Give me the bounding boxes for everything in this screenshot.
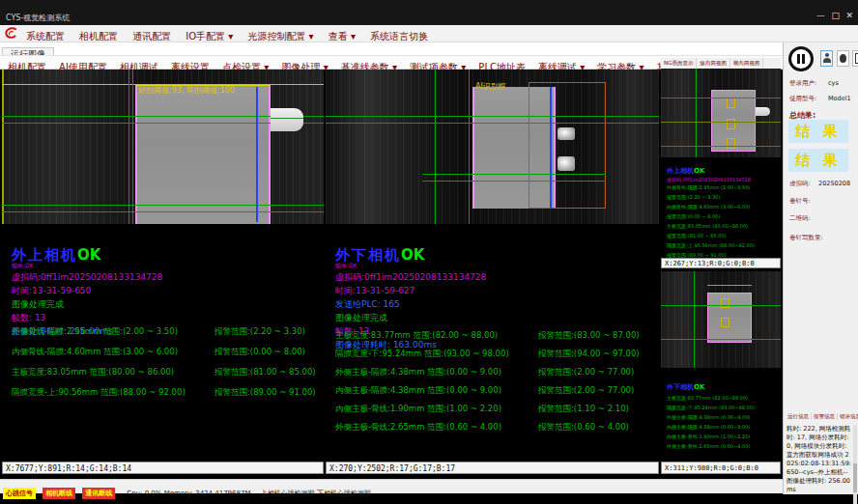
left-frame-count: 帧数: 13	[12, 311, 321, 324]
measurement-row: 隔膜宽度-下:95.24mm 范围:(93.00 ~ 98.00)报警范围:(9…	[335, 349, 659, 367]
app-window: CYS-视觉检测系统 — □ ✕ 系统配置 相机配置 通讯配置 IO手配置 ▾ …	[0, 0, 858, 504]
measurement-row: 主极宽度:83.77mm 范围:(82.00 ~ 88.00)报警范围:(83.…	[335, 330, 659, 349]
measurement-row: 隔膜宽度-上:90.56mm 范围:(88.00 ~ 92.00)报警范围:(8…	[12, 387, 323, 407]
guide-vline	[469, 70, 470, 224]
measurement-row: 主极宽度:83.05mm 范围:(80.00 ~ 86.00)报警范围:(81.…	[12, 367, 323, 387]
lock-button[interactable]	[837, 50, 849, 67]
measurement-row: 外侧主极-骨线:2.65mm 范围:(0.60 ~ 4.00)报警范围:(0.6…	[335, 422, 659, 440]
electrode-region	[707, 293, 752, 343]
login-user-value: cys	[828, 79, 839, 87]
pin-number-label: 卷针号:	[789, 197, 811, 206]
small-top-info: 外上相机OK 虚拟码:0ff1im20250208133134728 外侧骨线-…	[667, 158, 781, 260]
mini-view-tabs: NG画面显示纵向两视图横向两视图	[661, 58, 781, 69]
yellow-detect-box	[721, 298, 729, 308]
yellow-detect-box	[721, 318, 729, 327]
title-bar: CYS-视觉检测系统 — □ ✕	[0, 0, 858, 25]
mid-virtual-code: 虚拟码:0ff1im20250208133134728	[335, 270, 654, 284]
model-label: 使用型号:	[789, 95, 816, 103]
mid-camera-result: OK	[401, 246, 424, 264]
result-badge-1: 结 果	[788, 120, 848, 143]
model-value: Model1	[828, 95, 851, 102]
mini-meas-line: 外侧主极-隔膜:4.38mm (0.00~9.00)	[667, 412, 781, 422]
guide-hline	[661, 146, 781, 147]
mini-tab-horizontal-views[interactable]: 横向两视图	[730, 58, 764, 69]
mini-meas-line: 外侧主极-骨线:2.65mm (0.60~4.00)	[667, 441, 781, 451]
pause-button[interactable]	[788, 46, 814, 71]
close-icon[interactable]: ✕	[845, 11, 853, 20]
left-measurements: 外侧骨线-隔膜:2.95mm 范围:(2.00 ~ 3.50)报警范围:(2.2…	[12, 326, 323, 407]
guide-hline	[2, 211, 324, 212]
guide-hline	[422, 174, 606, 175]
log-scrollbar[interactable]	[853, 425, 857, 504]
ai-box-overlay-label: AI识别框	[475, 81, 506, 92]
view-tab-row: 运行图像	[0, 42, 783, 55]
log-tab-run-info[interactable]: 运行信息	[786, 413, 812, 420]
mini-meas-line: 内侧骨线-隔膜:4.60mm (3.00~6.00)	[667, 202, 781, 211]
mini-meas-line: 主极宽度:83.05mm (80.00~86.00)	[667, 221, 781, 231]
exit-button[interactable]: ◂	[852, 50, 858, 67]
measurement-row: 内侧主极-隔膜:4.38mm 范围:(0.00 ~ 9.00)报警范围:(2.0…	[335, 385, 659, 404]
mid-process-done: 图像处理完成	[335, 311, 654, 324]
guide-vline	[132, 70, 133, 224]
mini-meas-line: 主极宽度:83.77mm (82.00~88.00)	[667, 393, 781, 403]
small-bottom-result: OK	[694, 383, 704, 391]
log-tab-error-info[interactable]: 错误信息	[838, 413, 858, 420]
ai-detect-box	[529, 82, 606, 209]
small-top-camera-image[interactable]	[661, 69, 781, 157]
write-count-label: 卷针写数量:	[789, 234, 823, 242]
guide-hline	[661, 305, 781, 306]
left-edge-marker	[2, 70, 4, 224]
left-camera-image[interactable]: 好的阈值:93, 坏的阈值:100	[2, 70, 324, 224]
maximize-icon[interactable]: □	[831, 11, 840, 20]
status-bar: 心跳信号 相机断线 通讯断线 Cpu: 0.0% Memory: 3424.41…	[0, 479, 783, 493]
mini-meas-line: 隔膜宽度-下:95.24mm (93.00~98.00)	[667, 403, 781, 412]
yellow-detect-box	[727, 98, 735, 108]
guide-hline	[326, 123, 659, 124]
mid-coord-readout: X:270;Y:2502;R:17;G:17;B:17	[326, 462, 659, 474]
small-top-title: 外上相机	[667, 167, 694, 175]
electrode-region	[135, 85, 271, 224]
mid-camera-image[interactable]: AI识别框	[326, 70, 659, 224]
small-bottom-coord-readout: X:311;Y:980;R:0;G:0;B:0	[661, 462, 781, 474]
guide-vline	[694, 271, 695, 368]
tab-handle-shape	[756, 107, 770, 116]
minimize-icon[interactable]: —	[816, 11, 825, 20]
camera-heartbeat-status: 上相机心跳检测期 下相机心跳检测期	[261, 490, 371, 497]
left-coord-readout: X:7677;Y:891;R:14;G:14;B:14	[2, 462, 324, 474]
left-process-done: 图像处理完成	[12, 297, 321, 311]
yellow-detect-box	[727, 119, 735, 129]
mini-meas-line: 隔膜宽度-上:90.56mm (88.00~92.00)	[667, 240, 781, 250]
mini-meas-line: 报警范围:(2.20 ~ 3.30)	[667, 192, 781, 202]
measurement-row: 内侧主极-骨线:1.90mm 范围:(1.00 ~ 2.20)报警范围:(1.1…	[335, 404, 659, 422]
guide-vline	[696, 69, 697, 157]
small-bottom-camera-image[interactable]	[661, 271, 781, 368]
result-badge-2: 结 果	[788, 149, 848, 172]
guide-vline	[435, 70, 436, 224]
left-camera-info: 外上相机OK 输出:OK 虚拟码:0ff1im20250208133134728…	[12, 245, 321, 338]
measurement-row: 外侧主极-隔膜:4.38mm 范围:(0.00 ~ 9.00)报警范围:(2.0…	[335, 367, 659, 385]
bright-blob	[558, 127, 575, 140]
person-icon	[825, 53, 829, 57]
mini-meas-line: 报警范围:(81.00 ~ 85.00)	[667, 231, 781, 240]
guide-hline	[326, 116, 659, 117]
small-bottom-info: 外下相机OK 主极宽度:83.77mm (82.00~88.00) 隔膜宽度-下…	[667, 375, 781, 451]
mini-tab-vertical-views[interactable]: 纵向两视图	[697, 58, 730, 69]
guide-hline	[661, 98, 781, 98]
log-tab-alarm-info[interactable]: 报警信息	[812, 413, 838, 420]
guide-hline	[661, 339, 781, 340]
user-login-button[interactable]	[820, 50, 833, 67]
cpu-memory-readout: Cpu: 0.0% Memory: 3424.4179687M	[127, 490, 250, 497]
guide-hline-olive	[661, 122, 781, 123]
mid-time: 时间:13-31-59-627	[335, 284, 654, 297]
small-top-result: OK	[694, 167, 704, 175]
guide-hline	[2, 205, 324, 206]
qr-code-label: 二维码:	[789, 214, 811, 223]
guide-vline	[129, 70, 129, 224]
login-user-label: 登录用户:	[789, 79, 816, 88]
small-top-coord-readout: X:267;Y:13;R:0;G:0;B:0	[661, 258, 781, 268]
log-tabs: 运行信息报警信息错误信息	[786, 413, 858, 420]
menu-bar: 系统配置 相机配置 通讯配置 IO手配置 ▾ 光源控制配置 ▾ 查看 ▾ 系统语…	[0, 25, 858, 42]
run-log-text: 耗时: 222, 网络检测耗时: 17, 网络分发耗时: 0, 网络模块分发耗时…	[786, 425, 852, 494]
mini-tab-ng-display[interactable]: NG画面显示	[661, 58, 697, 69]
mini-meas-line: 内侧主极-骨线:1.90mm (1.00~2.20)	[667, 432, 781, 441]
